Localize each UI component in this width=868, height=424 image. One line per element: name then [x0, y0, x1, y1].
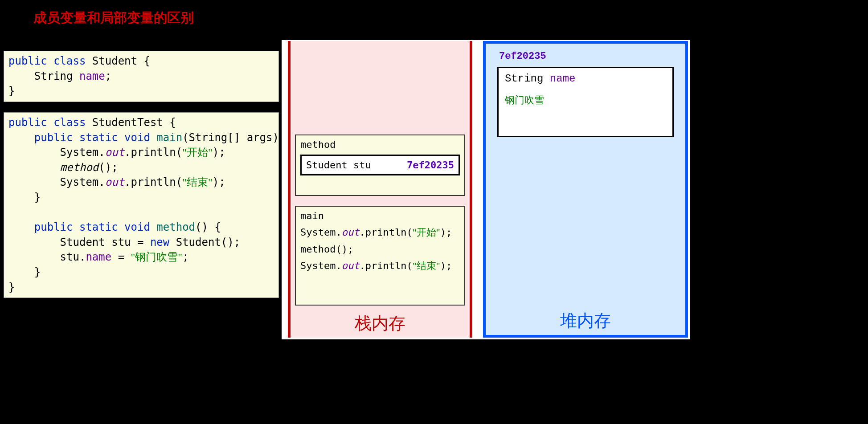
- method-call: method: [60, 161, 99, 174]
- heap-object-box: String name 钢门吹雪: [497, 67, 674, 137]
- heap-field-decl: String name: [505, 73, 666, 85]
- kw-public: public: [34, 221, 73, 233]
- indent: [8, 161, 60, 174]
- field-name: name: [79, 70, 105, 82]
- code-token: (String[] args) {: [182, 131, 292, 144]
- code-token: System.: [300, 227, 342, 238]
- code-block-studenttest: public class StudentTest { public static…: [4, 112, 279, 298]
- stack-frame-main: main System.out.println("开始"); method();…: [295, 206, 465, 306]
- code-token: .println(: [124, 176, 182, 188]
- code-token: System.: [300, 260, 342, 271]
- code-token: String: [8, 70, 79, 82]
- code-token: ;: [105, 70, 111, 82]
- stack-label: 栈内存: [291, 312, 470, 335]
- heap-memory-region: 堆内存 7ef20235 String name 钢门吹雪: [483, 41, 688, 338]
- string-literal: "结束": [413, 260, 440, 271]
- field-name: name: [550, 73, 576, 85]
- heap-field-value: 钢门吹雪: [505, 94, 666, 107]
- code-token: }: [8, 266, 41, 278]
- code-token: StudentTest {: [86, 116, 176, 129]
- frame-line: System.out.println("开始");: [300, 226, 460, 239]
- kw-void: void: [124, 131, 150, 144]
- stack-variable-box: Student stu 7ef20235: [300, 155, 460, 175]
- field-name: name: [86, 251, 111, 263]
- indent: [8, 221, 34, 233]
- code-token: stu.: [8, 251, 86, 263]
- code-token: String: [505, 73, 550, 85]
- code-token: .println(: [359, 260, 412, 271]
- code-token: .println(: [124, 146, 182, 159]
- kw-new: new: [150, 236, 169, 249]
- method-name: method: [156, 221, 195, 233]
- code-block-student: public class Student { String name; }: [4, 51, 279, 102]
- field-out: out: [342, 260, 360, 271]
- stack-memory-region: 栈内存 method Student stu 7ef20235 main Sys…: [288, 41, 472, 338]
- frame-line: method();: [300, 244, 460, 255]
- indent: [8, 131, 34, 144]
- diagram-title: 成员变量和局部变量的区别: [33, 9, 194, 27]
- code-token: );: [213, 146, 225, 159]
- heap-label: 堆内存: [486, 310, 685, 332]
- code-token: );: [213, 176, 225, 188]
- frame-line: System.out.println("结束");: [300, 259, 460, 273]
- field-out: out: [105, 146, 124, 159]
- stack-frame-method: method Student stu 7ef20235: [295, 135, 465, 196]
- kw-public: public: [34, 131, 73, 144]
- code-token: System.: [8, 176, 105, 188]
- code-token: }: [8, 85, 15, 97]
- stack-var-address: 7ef20235: [407, 159, 454, 171]
- field-out: out: [105, 176, 124, 188]
- string-literal: "结束": [182, 176, 213, 188]
- string-literal: "钢门吹雪": [131, 251, 183, 263]
- kw-static: static: [79, 221, 118, 233]
- code-token: );: [440, 227, 452, 238]
- frame-title: main: [300, 210, 460, 221]
- code-token: Student();: [169, 236, 240, 249]
- string-literal: "开始": [182, 147, 213, 158]
- kw-void: void: [124, 221, 150, 233]
- code-token: System.: [8, 146, 105, 159]
- kw-class: class: [53, 55, 86, 67]
- kw-static: static: [79, 131, 118, 144]
- code-token: .println(: [359, 227, 412, 238]
- code-token: =: [111, 251, 131, 263]
- code-token: Student {: [86, 55, 150, 67]
- code-token: }: [8, 281, 15, 294]
- method-name: main: [156, 131, 182, 144]
- code-token: Student stu =: [8, 236, 150, 249]
- code-token: ;: [182, 251, 188, 263]
- heap-object-address: 7ef20235: [499, 51, 546, 62]
- frame-title: method: [300, 139, 460, 150]
- field-out: out: [342, 227, 360, 238]
- kw-class: class: [53, 116, 86, 129]
- kw-public: public: [8, 116, 47, 129]
- code-token: );: [440, 260, 452, 271]
- stack-var-name: Student stu: [306, 159, 371, 171]
- code-token: () {: [195, 221, 221, 233]
- string-literal: "开始": [413, 227, 440, 238]
- code-token: ();: [98, 161, 118, 174]
- code-token: }: [8, 191, 41, 204]
- kw-public: public: [8, 55, 47, 67]
